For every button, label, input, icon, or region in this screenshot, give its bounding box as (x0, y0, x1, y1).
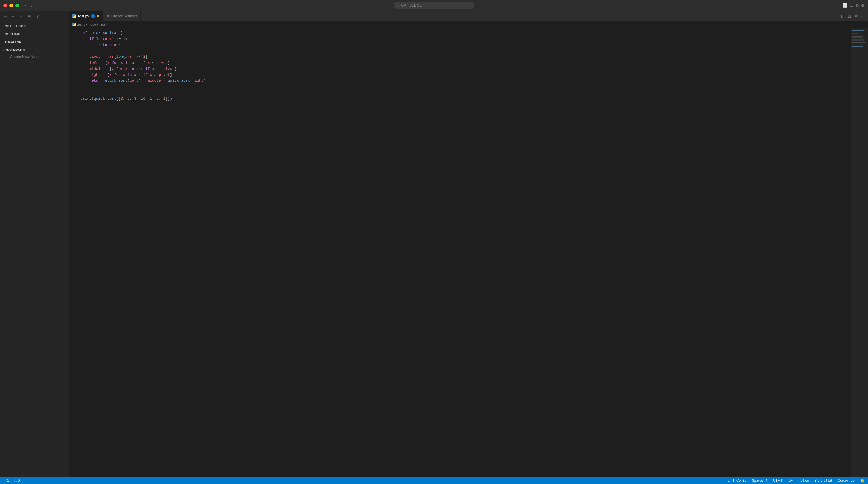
gpt-judge-section: › GPT_JUDGE (0, 22, 69, 30)
position-label: Ln 1, Col 21 (727, 479, 746, 483)
minimap-content (851, 28, 868, 50)
outline-header[interactable]: › OUTLINE (0, 31, 69, 37)
minimap-line (852, 37, 864, 38)
code-line-1: def quick_sort(arr): (81, 30, 846, 36)
nav-forward-button[interactable]: › (30, 3, 34, 8)
search-icon: ⌕ (397, 3, 399, 7)
code-line-10 (81, 84, 846, 90)
search-label: GPT_JUDGE (401, 3, 422, 7)
status-line-ending[interactable]: LF (787, 479, 794, 483)
breadcrumb-symbol[interactable]: quick_sort (90, 22, 106, 26)
titlebar-right: ⬜ ▭ ⧉ ⚙ (842, 3, 865, 8)
split-button[interactable]: ⧉ (856, 3, 859, 8)
minimap-line (852, 32, 861, 32)
language-label: Python (798, 479, 809, 483)
status-warnings[interactable]: ⚠ 0 (12, 479, 21, 483)
source-control-icon-btn[interactable]: ⑂ (19, 13, 23, 20)
main: ⎘ ⌕ ⑂ ⊞ ∨ › GPT_JUDGE › OUTLINE › TIMELI… (0, 11, 868, 477)
statusbar: ✕ 1 ⚠ 0 Ln 1, Col 21 Spaces: 4 UTF-8 LF … (0, 477, 868, 484)
status-right: Ln 1, Col 21 Spaces: 4 UTF-8 LF Python 3… (726, 479, 866, 483)
code-editor[interactable]: 1 def quick_sort(arr): (69, 28, 851, 477)
warning-icon: ⚠ (14, 479, 17, 483)
line-number-1: 1 (69, 30, 77, 36)
status-spaces[interactable]: Spaces: 4 (751, 479, 768, 483)
minimap-line (852, 43, 854, 44)
more-actions-button[interactable]: ··· (860, 13, 866, 19)
status-position[interactable]: Ln 1, Col 21 (726, 479, 747, 483)
settings-button[interactable]: ⚙ (861, 3, 865, 8)
minimap-line (852, 40, 864, 41)
bell-icon: 🔔 (860, 479, 865, 483)
version-label: 3.9.6 64-bit (815, 479, 832, 483)
warning-count: 0 (18, 479, 20, 483)
breadcrumb-file[interactable]: test.py (77, 22, 87, 26)
tab-cursor-settings-label: Cursor Settings (112, 14, 137, 18)
close-button[interactable] (3, 4, 7, 7)
search-icon-btn[interactable]: ⌕ (11, 13, 15, 20)
code-line-11 (81, 90, 846, 96)
code-line-12: print(quick_sort([3, 6, 8, 10, 1, 2, 1])… (81, 96, 846, 102)
sidebar: ⎘ ⌕ ⑂ ⊞ ∨ › GPT_JUDGE › OUTLINE › TIMELI… (0, 11, 69, 477)
status-bell[interactable]: 🔔 (859, 479, 866, 483)
line-ending-label: LF (788, 479, 793, 483)
code-line-2: if len(arr) <= 1: (81, 36, 846, 42)
outline-section: › OUTLINE (0, 30, 69, 38)
more-icon-btn[interactable]: ∨ (36, 13, 40, 20)
layout-toggle-button[interactable]: ⧉ (854, 13, 859, 19)
traffic-lights (3, 4, 19, 7)
copy-icon-btn[interactable]: ⎘ (3, 13, 7, 20)
plugin-label: Cursor Tab (838, 479, 855, 483)
encoding-label: UTF-8 (773, 479, 783, 483)
notepads-label: NOTEPADS (6, 49, 66, 52)
sidebar-toolbar: ⎘ ⌕ ⑂ ⊞ ∨ (0, 11, 69, 22)
minimap (851, 28, 868, 477)
status-language[interactable]: Python (797, 479, 810, 483)
extensions-icon-btn[interactable]: ⊞ (27, 13, 32, 20)
run-button[interactable]: ▷ (840, 13, 846, 19)
timeline-section: › TIMELINE (0, 38, 69, 46)
sidebar-toggle-button[interactable]: ⬜ (842, 3, 847, 8)
code-content: def quick_sort(arr): if len(arr) <= 1: r… (81, 30, 851, 102)
code-line-4 (81, 48, 846, 54)
titlebar-search[interactable]: ⌕ GPT_JUDGE (394, 2, 474, 9)
create-notepad-button[interactable]: + Create New Notepad (0, 53, 69, 60)
notepads-chevron: ∨ (2, 49, 5, 52)
timeline-header[interactable]: › TIMELINE (0, 39, 69, 45)
split-editor-button[interactable]: ⊟ (847, 13, 852, 19)
code-line-9: return quick_sort(left) + middle + quick… (81, 78, 846, 84)
minimap-line (852, 42, 865, 42)
outline-chevron: › (2, 33, 3, 36)
tab-badge: 1 (91, 15, 95, 18)
minimize-button[interactable] (9, 4, 13, 7)
tab-test-py-label: test.py (78, 14, 89, 18)
gpt-judge-header[interactable]: › GPT_JUDGE (0, 23, 69, 29)
error-icon: ✕ (3, 479, 6, 483)
notepads-header[interactable]: ∨ NOTEPADS (0, 48, 69, 53)
status-encoding[interactable]: UTF-8 (772, 479, 784, 483)
minimap-line (852, 30, 864, 31)
maximize-button[interactable] (16, 4, 19, 7)
plus-icon: + (6, 54, 8, 59)
status-version[interactable]: 3.9.6 64-bit (813, 479, 833, 483)
minimap-line (852, 36, 862, 37)
notepads-section: ∨ NOTEPADS + Create New Notepad (0, 46, 69, 61)
timeline-label: TIMELINE (5, 40, 66, 44)
line-numbers: 1 (69, 30, 81, 102)
minimap-line (852, 34, 854, 35)
error-count: 1 (7, 479, 9, 483)
timeline-chevron: › (2, 41, 3, 44)
minimap-line (852, 39, 865, 40)
minimap-line (852, 45, 854, 46)
python-file-icon (72, 14, 76, 18)
code-line-6: left = [x for x in arr if x < pivot] (81, 60, 846, 66)
outline-label: OUTLINE (5, 32, 66, 36)
code-area: 1 def quick_sort(arr): (69, 30, 851, 102)
status-errors[interactable]: ✕ 1 (2, 479, 10, 483)
nav-back-button[interactable]: ‹ (24, 3, 28, 8)
code-line-8: right = [x for x in arr if x > pivot] (81, 72, 846, 78)
layout-button[interactable]: ▭ (849, 3, 854, 8)
status-plugin[interactable]: Cursor Tab (837, 479, 856, 483)
tab-cursor-settings[interactable]: ⚙ Cursor Settings (103, 11, 141, 21)
tab-test-py[interactable]: test.py 1 (69, 11, 103, 21)
breadcrumb: test.py › quick_sort (69, 21, 868, 28)
